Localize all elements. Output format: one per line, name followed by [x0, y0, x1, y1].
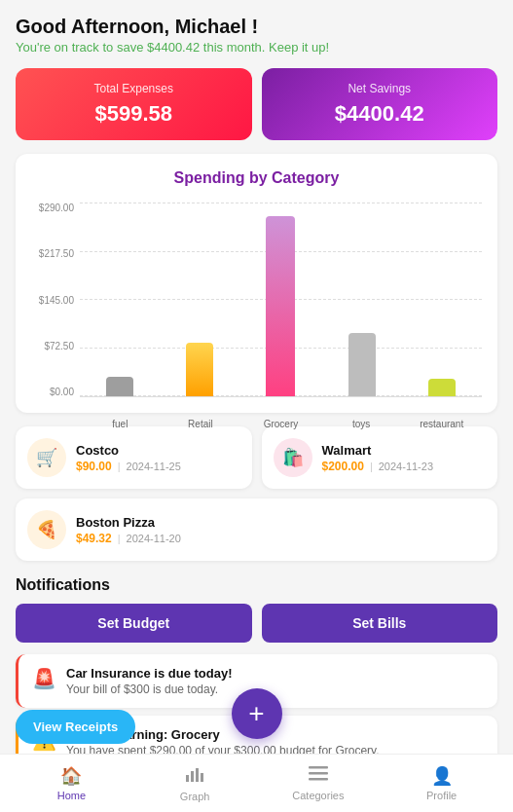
savings-value: $4400.42: [277, 101, 483, 127]
costco-amount: $90.00: [76, 460, 112, 473]
x-label-restaurant: restaurant: [401, 419, 482, 429]
chart-inner: [80, 203, 482, 397]
categories-icon: [309, 766, 328, 787]
y-label-4: $72.50: [31, 341, 74, 351]
home-icon: 🏠: [60, 765, 82, 787]
nav-graph[interactable]: Graph: [133, 765, 257, 802]
x-labels: fuel Retail Grocery toys restaurant: [80, 419, 482, 429]
bar-toys-rect: [348, 333, 376, 396]
bars-container: [80, 203, 482, 396]
bar-fuel: [106, 377, 133, 396]
chart-title: Spending by Category: [31, 169, 482, 187]
greeting-section: Good Afternoon, Michael ! You're on trac…: [16, 16, 497, 55]
fab-button[interactable]: +: [232, 688, 282, 739]
bar-restaurant: [428, 379, 456, 396]
x-label-fuel: fuel: [80, 419, 161, 429]
boston-pizza-amount-row: $49.32 | 2024-11-20: [76, 532, 181, 545]
profile-icon: 👤: [431, 765, 453, 787]
notif-car-content: Car Insurance is due today! Your bill of…: [66, 666, 233, 696]
svg-rect-5: [309, 772, 328, 775]
boston-pizza-info: Boston Pizza $49.32 | 2024-11-20: [76, 515, 181, 545]
bar-fuel-rect: [106, 377, 133, 396]
chart-area: $290.00 $217.50 $145.00 $72.50 $0.00: [31, 203, 482, 397]
nav-profile[interactable]: 👤 Profile: [380, 765, 503, 801]
costco-icon: 🛒: [27, 438, 66, 477]
walmart-icon: 🛍️: [274, 438, 312, 477]
walmart-date: 2024-11-23: [379, 461, 433, 472]
walmart-name: Walmart: [322, 443, 434, 458]
set-budget-button[interactable]: Set Budget: [16, 604, 252, 643]
bar-grocery-rect: [266, 216, 295, 396]
notification-buttons: Set Budget Set Bills: [16, 604, 497, 643]
y-label-3: $145.00: [31, 295, 74, 306]
svg-rect-1: [191, 771, 194, 782]
transaction-walmart[interactable]: 🛍️ Walmart $200.00 | 2024-11-23: [262, 426, 498, 489]
chart-section: Spending by Category $290.00 $217.50 $14…: [16, 154, 497, 413]
bar-grocery: [266, 216, 295, 396]
costco-info: Costco $90.00 | 2024-11-25: [76, 443, 181, 473]
bar-retail-rect: [186, 343, 213, 396]
danger-icon: 🚨: [32, 667, 56, 690]
costco-amount-row: $90.00 | 2024-11-25: [76, 460, 181, 473]
boston-pizza-icon: 🍕: [27, 510, 66, 549]
boston-pizza-amount: $49.32: [76, 532, 112, 545]
nav-graph-label: Graph: [180, 791, 210, 802]
nav-categories[interactable]: Categories: [257, 766, 381, 801]
svg-rect-2: [196, 768, 199, 782]
notifications-title: Notifications: [16, 576, 497, 594]
costco-name: Costco: [76, 443, 181, 458]
y-label-5: $0.00: [31, 387, 74, 397]
summary-cards: Total Expenses $599.58 Net Savings $4400…: [16, 68, 497, 140]
boston-pizza-date: 2024-11-20: [127, 533, 181, 544]
bottom-navigation: 🏠 Home Graph Categories 👤 Profile: [0, 754, 513, 812]
nav-home-label: Home: [57, 790, 86, 801]
x-label-toys: toys: [321, 419, 402, 429]
savings-card: Net Savings $4400.42: [262, 68, 498, 140]
nav-home[interactable]: 🏠 Home: [10, 765, 133, 801]
greeting-subtitle: You're on track to save $4400.42 this mo…: [16, 40, 497, 55]
costco-date: 2024-11-25: [127, 461, 181, 472]
nav-profile-label: Profile: [426, 790, 457, 801]
walmart-sep: |: [370, 461, 373, 472]
y-axis: $290.00 $217.50 $145.00 $72.50 $0.00: [31, 203, 74, 397]
expenses-card: Total Expenses $599.58: [16, 68, 252, 140]
bar-toys: [348, 333, 376, 396]
notif-car-title: Car Insurance is due today!: [66, 666, 233, 681]
costco-sep: |: [118, 461, 121, 472]
savings-label: Net Savings: [277, 82, 483, 95]
transaction-costco[interactable]: 🛒 Costco $90.00 | 2024-11-25: [16, 426, 252, 489]
y-label-1: $290.00: [31, 203, 74, 213]
nav-categories-label: Categories: [292, 790, 344, 801]
svg-rect-3: [201, 773, 203, 782]
expenses-value: $599.58: [31, 101, 237, 127]
svg-rect-4: [309, 766, 328, 769]
expenses-label: Total Expenses: [31, 82, 237, 95]
transaction-boston-pizza[interactable]: 🍕 Boston Pizza $49.32 | 2024-11-20: [16, 498, 497, 561]
boston-pizza-sep: |: [118, 533, 121, 544]
transactions-grid: 🛒 Costco $90.00 | 2024-11-25 🛍️ Walmart …: [16, 426, 497, 561]
bar-retail: [186, 343, 213, 396]
view-receipts-button[interactable]: View Receipts: [16, 710, 135, 744]
bar-restaurant-rect: [428, 379, 456, 396]
svg-rect-6: [309, 778, 328, 781]
graph-icon: [185, 765, 204, 788]
walmart-amount-row: $200.00 | 2024-11-23: [322, 460, 434, 473]
y-label-2: $217.50: [31, 248, 74, 259]
svg-rect-0: [186, 775, 189, 782]
walmart-info: Walmart $200.00 | 2024-11-23: [322, 443, 434, 473]
boston-pizza-name: Boston Pizza: [76, 515, 181, 530]
set-bills-button[interactable]: Set Bills: [262, 604, 498, 643]
x-label-grocery: Grocery: [240, 419, 321, 429]
walmart-amount: $200.00: [322, 460, 364, 473]
x-label-retail: Retail: [161, 419, 241, 429]
greeting-title: Good Afternoon, Michael !: [16, 16, 497, 38]
notif-car-desc: Your bill of $300 is due today.: [66, 683, 233, 696]
